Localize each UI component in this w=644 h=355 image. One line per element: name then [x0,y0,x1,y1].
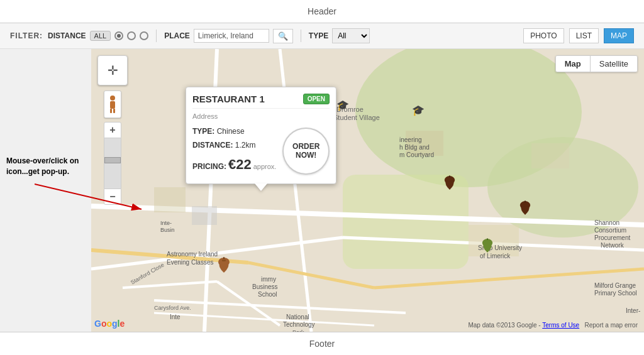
map-type-map-button[interactable]: Map [556,56,590,72]
photo-view-button[interactable]: PHOTO [523,28,564,43]
attribution-text: Map data ©2013 Google - [468,322,542,329]
zoom-out-button[interactable]: − [104,188,121,205]
annotation-area: Mouse-over/click on icon...get pop-up. [0,49,91,332]
svg-text:Evening Classes: Evening Classes [167,259,213,266]
distance-label-popup: DISTANCE: [192,141,233,150]
svg-text:Milford Grange: Milford Grange [594,282,636,289]
google-g: G [94,319,101,329]
distance-filter: DISTANCE ALL [48,31,148,41]
filter-bar: FILTER: DISTANCE ALL PLACE 🔍 TYPE All PH… [0,23,644,49]
svg-text:Inter-: Inter- [626,307,640,314]
place-search-button[interactable]: 🔍 [273,29,293,43]
map-pin-2[interactable] [443,175,456,194]
svg-text:Technology: Technology [283,321,315,328]
divider-1 [156,30,157,42]
terms-of-use-link[interactable]: Terms of Use [542,322,579,329]
popup-title: RESTAURANT 1 [192,94,265,104]
header: Header [0,0,644,23]
popup-distance-row: DISTANCE: 1.2km [192,139,276,153]
map-pin-4[interactable] [481,238,494,256]
svg-rect-22 [531,143,569,168]
distance-radio-1[interactable] [114,31,123,40]
map-pin-3[interactable] [519,200,531,219]
list-view-button[interactable]: LIST [569,28,599,43]
google-g2: g [112,319,118,329]
map-type-control: Map Satellite [555,55,638,72]
svg-rect-19 [154,187,186,212]
report-error-link[interactable]: Report a map error [585,322,638,329]
map-container[interactable]: Dromroe Student Village ineering h Bldg … [91,49,644,332]
svg-text:Park: Park [292,329,304,332]
svg-text:National: National [286,314,309,320]
map-attribution: Map data ©2013 Google - Terms of Use Rep… [468,322,638,329]
svg-text:Business: Business [252,283,278,290]
svg-text:Inte-: Inte- [160,220,172,226]
svg-text:h Bldg and: h Bldg and [399,144,430,151]
google-o2: o [106,319,112,329]
main-area: Mouse-over/click on icon...get pop-up. [0,49,644,332]
distance-radio-2[interactable] [127,31,136,40]
map-type-satellite-button[interactable]: Satellite [590,56,637,72]
popup-pricing-row: PRICING: €22 approx. [192,152,276,177]
map-view-button[interactable]: MAP [604,28,634,43]
price-value: €22 [228,152,252,177]
price-approx: approx. [253,161,277,173]
distance-radio-3[interactable] [140,31,148,40]
map-popup: RESTAURANT 1 OPEN Address TYPE: Chinese … [186,87,336,184]
svg-text:Primary School: Primary School [594,290,637,297]
person-icon [107,95,118,114]
filter-label: FILTER: [10,31,43,40]
svg-text:School: School [258,291,277,298]
pan-control[interactable]: ✛ [97,55,128,85]
distance-all-badge: ALL [90,31,111,41]
order-now-button[interactable]: ORDER NOW! [282,128,330,175]
svg-text:Shannon: Shannon [594,219,619,226]
popup-tail [255,183,267,191]
svg-text:Inte: Inte [170,314,180,320]
school-icon-1: 🎓 [336,99,349,111]
svg-text:Astronomy Ireland: Astronomy Ireland [167,251,218,258]
footer-label: Footer [309,339,335,349]
distance-value: 1.2km [235,141,256,150]
svg-rect-56 [222,259,226,261]
svg-text:Consortium: Consortium [594,227,626,234]
price-symbol: € [228,156,236,172]
zoom-slider[interactable] [104,138,121,188]
svg-rect-21 [469,225,519,256]
annotation-text: Mouse-over/click on icon...get pop-up. [6,156,85,177]
map-pin-main[interactable] [217,256,231,276]
popup-header: RESTAURANT 1 OPEN [192,94,330,109]
type-filter: TYPE All [309,28,370,43]
type-select[interactable]: All [332,28,370,43]
popup-address-label: Address [192,112,330,120]
svg-text:Network: Network [601,242,625,249]
zoom-in-button[interactable]: + [104,122,121,138]
svg-text:immy: immy [261,276,276,283]
distance-label: DISTANCE [48,31,86,40]
zoom-slider-thumb[interactable] [104,157,121,163]
type-label: TYPE [309,31,328,40]
zoom-controls: + − [104,122,128,205]
svg-text:Carysford Ave.: Carysford Ave. [154,305,191,311]
order-line2: NOW! [296,151,316,160]
svg-text:ineering: ineering [399,136,422,143]
order-line1: ORDER [292,142,319,151]
street-view-control[interactable] [104,90,121,118]
popup-content: TYPE: Chinese DISTANCE: 1.2km PRICING: €… [192,125,330,177]
place-input[interactable] [194,29,269,43]
pan-arrows-icon: ✛ [108,64,118,77]
svg-rect-18 [192,206,217,225]
type-value: Chinese [217,127,245,136]
svg-point-51 [110,96,115,101]
google-logo: Google [94,319,125,329]
svg-rect-53 [110,109,112,113]
svg-text:Busin: Busin [160,227,175,233]
svg-rect-52 [110,101,115,109]
svg-text:Student Village: Student Village [333,114,380,121]
header-label: Header [308,6,336,16]
price-number: 22 [236,156,251,172]
pricing-label: PRICING: [192,160,226,174]
svg-text:Procurement: Procurement [594,234,630,241]
footer: Footer [0,332,644,355]
school-icon-2: 🎓 [412,104,425,116]
